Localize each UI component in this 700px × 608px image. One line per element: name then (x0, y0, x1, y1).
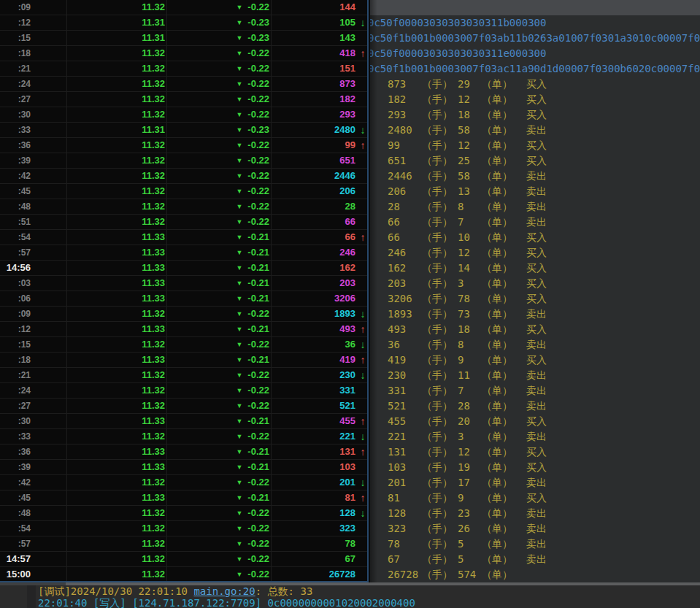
trade-row[interactable]: 221（手）3（单）卖出 (370, 429, 700, 445)
trade-row[interactable]: 419（手）9（单）买入 (370, 353, 700, 368)
trade-row[interactable]: 131（手）12（单）买入 (370, 445, 700, 460)
tick-row[interactable]: :2411.32▼-0.22331 (0, 383, 367, 399)
trade-row[interactable]: 162（手）14（单）买入 (370, 261, 700, 276)
tick-row[interactable]: :1511.31▼-0.23143 (0, 31, 367, 46)
trade-volume: 419 (388, 353, 422, 368)
trade-row[interactable]: 103（手）19（单）买入 (370, 460, 700, 475)
tick-price: 11.32 (66, 521, 165, 536)
trade-row[interactable]: 203（手）3（单）买入 (370, 276, 700, 291)
trade-side-label: 卖出 (526, 184, 547, 199)
tick-volume: 521 (271, 399, 355, 413)
trade-volume: 521 (388, 399, 422, 414)
tick-row[interactable]: :5411.33▼-0.2166↑ (0, 230, 367, 245)
tick-row[interactable]: :1511.32▼-0.2236↓ (0, 337, 367, 353)
trade-row[interactable]: 323（手）26（单）卖出 (370, 521, 700, 536)
tick-row[interactable]: :2111.32▼-0.22230↓ (0, 368, 367, 383)
trade-row[interactable]: 36（手）8（单）卖出 (370, 337, 700, 353)
trade-row[interactable]: 66（手）10（单）买入 (370, 230, 700, 245)
trade-side-label: 卖出 (526, 399, 547, 414)
tick-time: :15 (0, 337, 31, 352)
trade-row[interactable]: 28（手）8（单）卖出 (370, 199, 700, 215)
tick-row[interactable]: :2711.32▼-0.22521 (0, 399, 367, 414)
tick-row[interactable]: :1811.33▼-0.21419↑ (0, 353, 367, 368)
trade-orders: 11 (458, 368, 482, 383)
tick-row[interactable]: :5711.32▼-0.2278 (0, 536, 367, 552)
trade-row[interactable]: 206（手）13（单）卖出 (370, 184, 700, 199)
tick-row[interactable]: :2411.32▼-0.22873 (0, 77, 367, 92)
tick-row[interactable]: :4811.32▼-0.2228 (0, 199, 367, 215)
tick-price: 11.32 (66, 475, 165, 490)
trade-row[interactable]: 2446（手）58（单）卖出 (370, 169, 700, 184)
trade-row[interactable]: 99（手）12（单）买入 (370, 138, 700, 153)
trade-volume: 182 (388, 92, 422, 107)
unit-hand-label: （手） (422, 521, 458, 536)
tick-row[interactable]: :4211.32▼-0.22201↓ (0, 475, 367, 490)
tick-row[interactable]: :3911.33▼-0.21103 (0, 460, 367, 475)
trade-row[interactable]: 455（手）20（单）买入 (370, 414, 700, 429)
tick-row[interactable]: :4811.32▼-0.22128↓ (0, 506, 367, 521)
tick-row[interactable]: :5711.33▼-0.21246 (0, 245, 367, 261)
direction-down-arrow-icon: ↓ (358, 475, 368, 490)
trade-row[interactable]: 873（手）29（单）买入 (370, 77, 700, 92)
trade-row[interactable]: 651（手）25（单）买入 (370, 153, 700, 169)
tick-row[interactable]: 14:5611.33▼-0.21162 (0, 261, 367, 276)
tick-row[interactable]: :4511.33▼-0.2181↑ (0, 490, 367, 506)
tick-row[interactable]: :3611.32▼-0.2299↑ (0, 138, 367, 153)
unit-hand-label: （手） (422, 307, 458, 322)
tick-row[interactable]: 15:0011.32▼-0.2226728 (0, 567, 367, 582)
tick-row[interactable]: :3611.33▼-0.21131↑ (0, 445, 367, 460)
trade-row[interactable]: 230（手）11（单）卖出 (370, 368, 700, 383)
tick-row[interactable]: :0311.33▼-0.21203 (0, 276, 367, 291)
trade-row[interactable]: 246（手）12（单）买入 (370, 245, 700, 261)
trade-row[interactable]: 26728（手）574（单） (370, 567, 700, 582)
trade-row[interactable]: 521（手）28（单）卖出 (370, 399, 700, 414)
trade-row[interactable]: 293（手）18（单）买入 (370, 107, 700, 123)
trade-row[interactable]: 128（手）23（单）卖出 (370, 506, 700, 521)
tick-row[interactable]: :0611.33▼-0.213206 (0, 291, 367, 307)
tick-row[interactable]: :0911.32▼-0.221893↓ (0, 307, 367, 322)
tick-time: 15:00 (0, 567, 31, 582)
tick-change: ▼-0.21 (166, 291, 269, 307)
tick-change-value: -0.22 (247, 78, 269, 89)
trade-row[interactable]: 493（手）18（单）买入 (370, 322, 700, 337)
tick-row[interactable]: :1211.31▼-0.23105↓ (0, 15, 367, 31)
tick-change-value: -0.22 (247, 507, 269, 518)
tick-time: :30 (0, 107, 31, 122)
trade-row[interactable]: 1893（手）73（单）卖出 (370, 307, 700, 322)
tick-row[interactable]: :5111.32▼-0.2266 (0, 215, 367, 230)
trade-row[interactable]: 81（手）9（单）买入 (370, 490, 700, 506)
tick-row[interactable]: :4211.32▼-0.222446 (0, 169, 367, 184)
trade-detail-panel: 0c50f00003030303030311b0003000c50f1b001b… (370, 0, 700, 582)
tick-row[interactable]: :3011.33▼-0.21455↑ (0, 414, 367, 429)
trade-row[interactable]: 3206（手）78（单）买入 (370, 291, 700, 307)
tick-row[interactable]: :5411.32▼-0.22323 (0, 521, 367, 536)
unit-order-label: （单） (482, 552, 526, 567)
tick-row[interactable]: :3911.32▼-0.22651 (0, 153, 367, 169)
source-link[interactable]: main.go:20 (193, 585, 255, 597)
tick-row[interactable]: :4511.32▼-0.22206 (0, 184, 367, 199)
tick-row[interactable]: :2711.32▼-0.22182 (0, 92, 367, 107)
trade-row[interactable]: 331（手）7（单）卖出 (370, 383, 700, 399)
down-triangle-icon: ▼ (236, 80, 242, 88)
trade-row[interactable]: 2480（手）58（单）卖出 (370, 123, 700, 138)
trade-orders: 14 (458, 261, 482, 276)
trade-row[interactable]: 78（手）5（单）卖出 (370, 536, 700, 552)
trade-row[interactable]: 66（手）7（单）卖出 (370, 215, 700, 230)
trade-row[interactable]: 67（手）5（单）卖出 (370, 552, 700, 567)
tick-row[interactable]: :3311.32▼-0.22221↓ (0, 429, 367, 445)
tick-change: ▼-0.23 (166, 31, 269, 46)
direction-up-arrow-icon: ↑ (358, 445, 368, 459)
tick-row[interactable]: 14:5711.32▼-0.2267 (0, 552, 367, 567)
tick-row[interactable]: :2111.32▼-0.22151 (0, 61, 367, 77)
tick-row[interactable]: :3011.32▼-0.22293 (0, 107, 367, 123)
direction-down-arrow-icon: ↓ (358, 506, 368, 520)
trade-row[interactable]: 182（手）12（单）买入 (370, 92, 700, 107)
tick-change-value: -0.21 (247, 461, 269, 472)
unit-hand-label: （手） (422, 460, 458, 475)
tick-row[interactable]: :3311.31▼-0.232480↓ (0, 123, 367, 138)
tick-row[interactable]: :0911.32▼-0.22144 (0, 0, 367, 15)
tick-row[interactable]: :1211.33▼-0.21493↑ (0, 322, 367, 337)
trade-orders: 12 (458, 245, 482, 261)
tick-row[interactable]: :1811.32▼-0.22418↑ (0, 46, 367, 61)
trade-row[interactable]: 201（手）17（单）卖出 (370, 475, 700, 490)
